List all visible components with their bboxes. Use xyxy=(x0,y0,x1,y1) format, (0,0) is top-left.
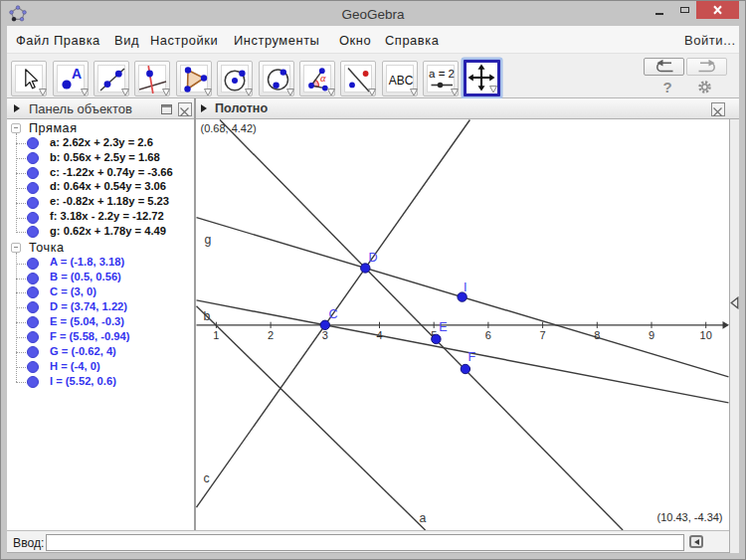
svg-text:b: b xyxy=(204,309,211,323)
svg-text:I: I xyxy=(464,280,467,294)
svg-text:8: 8 xyxy=(594,329,600,341)
svg-text:2: 2 xyxy=(268,329,274,341)
svg-text:c: c xyxy=(204,471,210,485)
svg-text:E: E xyxy=(439,320,447,334)
svg-text:9: 9 xyxy=(649,329,654,341)
svg-text:C: C xyxy=(329,307,338,321)
svg-text:7: 7 xyxy=(540,329,546,341)
svg-text:(0.68, 4.42): (0.68, 4.42) xyxy=(201,122,257,134)
svg-text:a = 2: a = 2 xyxy=(429,68,455,80)
svg-text:(10.43, -4.34): (10.43, -4.34) xyxy=(657,511,723,523)
svg-text:10: 10 xyxy=(700,329,712,341)
svg-text:?: ? xyxy=(662,79,671,95)
svg-text:4: 4 xyxy=(376,329,382,341)
svg-text:1: 1 xyxy=(213,329,219,341)
svg-text:α: α xyxy=(320,72,326,83)
svg-text:A: A xyxy=(72,66,82,82)
svg-text:a: a xyxy=(420,511,427,525)
svg-text:F: F xyxy=(467,350,475,364)
svg-text:D: D xyxy=(368,251,377,265)
svg-text:6: 6 xyxy=(485,329,491,341)
svg-text:3: 3 xyxy=(322,329,328,341)
svg-text:g: g xyxy=(205,233,212,247)
svg-text:ABC: ABC xyxy=(388,73,413,87)
